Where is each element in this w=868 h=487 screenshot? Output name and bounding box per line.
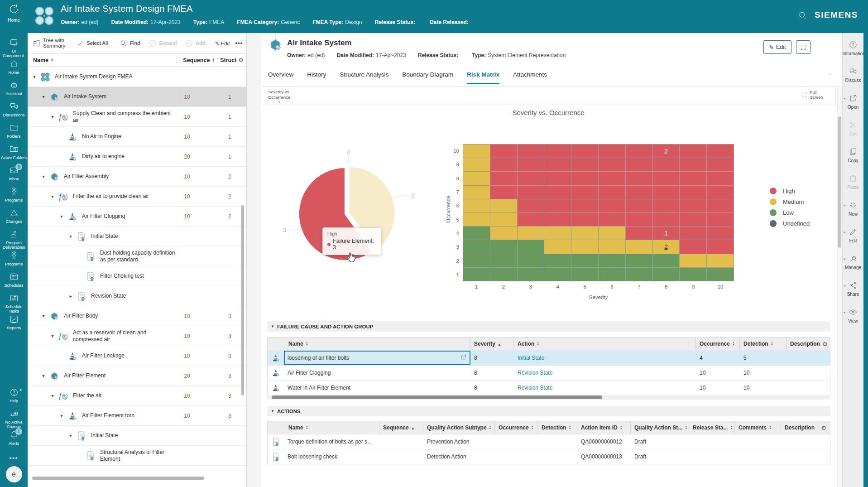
tree-expand-caret[interactable]	[58, 413, 66, 418]
risk-cell-s4-o6[interactable]	[544, 199, 571, 212]
column-header[interactable]: Comments	[735, 421, 781, 434]
risk-cell-s3-o7[interactable]	[518, 186, 544, 199]
risk-cell-s7-o8[interactable]	[626, 172, 652, 185]
tree-row[interactable]: Revision State	[28, 286, 246, 306]
risk-cell-s1-o6[interactable]	[463, 199, 490, 212]
column-header[interactable]: Action	[514, 338, 696, 350]
column-header[interactable]: Detection	[538, 421, 577, 434]
risk-cell-s5-o1[interactable]	[571, 268, 598, 281]
tree-row[interactable]: Initial State	[28, 227, 246, 246]
risk-cell-s5-o6[interactable]	[571, 199, 598, 212]
tree-expand-caret[interactable]	[39, 174, 48, 179]
risk-cell-s3-o1[interactable]	[518, 268, 544, 281]
risk-cell-s10-o7[interactable]	[707, 186, 734, 199]
full-screen-button[interactable]: Full Screen	[802, 90, 825, 100]
sidebar-nav-item[interactable]: Active Folders	[0, 144, 28, 165]
failure-name-cell[interactable]: loosening of air filter bolts	[284, 351, 470, 365]
sidebar-nav-item[interactable]: Changes	[0, 208, 28, 229]
risk-cell-s1-o8[interactable]	[463, 172, 490, 185]
edit-button[interactable]: ✎ Edit	[763, 40, 791, 54]
risk-cell-s2-o5[interactable]	[490, 213, 517, 226]
sidebar-nav-item[interactable]: Reports	[0, 314, 28, 336]
risk-cell-s5-o5[interactable]	[571, 213, 598, 226]
risk-cell-s8-o4[interactable]: 1	[653, 227, 680, 240]
tree-row[interactable]: Structural Analysis of Filter Element	[28, 446, 246, 466]
risk-cell-s10-o6[interactable]	[707, 199, 734, 212]
tree-expand-caret[interactable]	[48, 114, 57, 119]
matrix-type-selector[interactable]: Severity vs. Occurrence	[268, 89, 290, 105]
sidebar-nav-item[interactable]: UI Component.	[0, 38, 28, 59]
risk-cell-s9-o2[interactable]	[680, 254, 706, 267]
risk-cell-s2-o2[interactable]	[490, 254, 517, 267]
action-link[interactable]: Initial State	[518, 355, 544, 361]
gear-icon[interactable]: ⚙	[238, 57, 244, 63]
risk-cell-s7-o9[interactable]	[626, 158, 652, 171]
risk-cell-s10-o4[interactable]	[707, 227, 734, 240]
risk-cell-s6-o2[interactable]	[599, 254, 625, 267]
action-table-row[interactable]: Bolt loosening check Detection Action QA…	[268, 449, 830, 464]
risk-cell-s8-o8[interactable]	[653, 172, 680, 185]
failure-name-cell[interactable]: Water in Air Filter Element	[284, 381, 470, 395]
column-header-struct[interactable]: Struct⚙	[218, 57, 246, 63]
tree-more-button[interactable]: •••	[235, 40, 243, 47]
tab[interactable]: Boundary Diagram	[402, 68, 453, 84]
tree-expand-caret[interactable]	[39, 313, 48, 318]
column-header[interactable]: Description	[781, 421, 830, 434]
risk-cell-s8-o1[interactable]	[653, 268, 680, 281]
risk-cell-s8-o6[interactable]	[653, 199, 680, 212]
tab[interactable]: Risk Matrix	[467, 68, 499, 84]
risk-cell-s8-o10[interactable]: 2	[653, 145, 680, 158]
add-button[interactable]: Add	[185, 39, 205, 48]
risk-cell-s10-o3[interactable]	[707, 240, 734, 253]
tree-horizontal-scrollbar[interactable]	[32, 477, 204, 480]
risk-cell-s10-o5[interactable]	[707, 213, 734, 226]
risk-cell-s10-o1[interactable]	[707, 268, 734, 281]
tree-row[interactable]: Initial State	[28, 426, 246, 446]
risk-cell-s4-o4[interactable]	[544, 227, 571, 240]
tree-expand-caret[interactable]	[67, 294, 75, 299]
sidebar-nav-item[interactable]: Programs	[0, 187, 28, 208]
command-rail-item[interactable]: Share	[843, 281, 864, 308]
tab[interactable]: Overview	[268, 68, 293, 84]
risk-cell-s2-o7[interactable]	[490, 186, 517, 199]
risk-cell-s5-o7[interactable]	[571, 186, 598, 199]
column-header[interactable]: Quality Action St...	[631, 421, 689, 434]
tree-row[interactable]: Supply Clean and compress the ambient ai…	[28, 107, 246, 127]
risk-cell-s8-o5[interactable]	[653, 213, 680, 226]
sidebar-nav-item[interactable]: Folders	[0, 123, 28, 144]
action-name-cell[interactable]: Bolt loosening check	[284, 449, 379, 464]
risk-cell-s7-o1[interactable]	[626, 268, 652, 281]
gear-icon[interactable]	[821, 424, 826, 431]
failure-table-row[interactable]: Water in Air Filter Element 8 Revision S…	[268, 380, 830, 395]
tree-expand-caret[interactable]	[48, 333, 57, 338]
column-header-name[interactable]: Name▲▼	[28, 53, 179, 67]
risk-cell-s10-o8[interactable]	[707, 172, 734, 185]
risk-cell-s1-o10[interactable]	[463, 145, 490, 158]
risk-cell-s9-o3[interactable]	[680, 240, 706, 253]
gear-icon[interactable]	[822, 341, 828, 347]
command-rail-item[interactable]: Manage	[843, 254, 864, 281]
risk-cell-s2-o8[interactable]	[490, 172, 517, 185]
tree-row[interactable]: Air Intake System 10 1	[28, 87, 246, 107]
action-table-row[interactable]: Torque definition of bolts as per s... P…	[268, 434, 830, 449]
sidebar-nav-item[interactable]: Schedule Tasks	[0, 293, 28, 314]
risk-cell-s2-o3[interactable]	[490, 240, 517, 253]
failure-table-row[interactable]: loosening of air filter bolts 8 Initial …	[268, 350, 830, 365]
risk-cell-s6-o1[interactable]	[599, 268, 625, 281]
tree-row[interactable]: Filter the air 10 3	[28, 386, 246, 406]
main-scrollbar-thumb[interactable]	[838, 116, 841, 248]
column-header[interactable]: Action Item ID	[577, 421, 631, 434]
table-hscroll-thumb[interactable]	[272, 395, 602, 399]
column-header-sequence[interactable]: Sequence▲▼	[179, 57, 218, 63]
risk-cell-s4-o3[interactable]	[544, 240, 571, 253]
sidebar-nav-item[interactable]: Schedules	[0, 272, 28, 293]
tree-row[interactable]: Air Filter Leakage 10 3	[28, 346, 246, 366]
risk-cell-s5-o9[interactable]	[571, 158, 598, 171]
column-header[interactable]: Severity	[470, 338, 514, 350]
risk-cell-s4-o7[interactable]	[544, 186, 571, 199]
command-rail-item[interactable]: Paste	[843, 174, 864, 201]
risk-cell-s10-o10[interactable]	[707, 145, 734, 158]
risk-cell-s2-o10[interactable]	[490, 145, 517, 158]
actions-section-header[interactable]: ▼ ACTIONS	[267, 406, 830, 416]
user-avatar[interactable]: e	[6, 466, 22, 482]
